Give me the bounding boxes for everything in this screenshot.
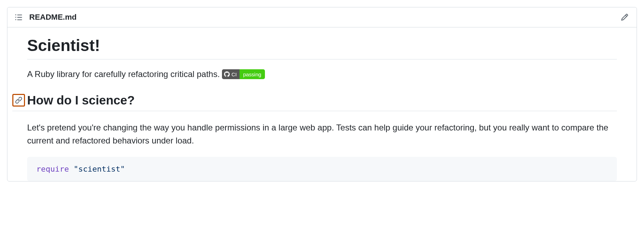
github-icon: [224, 71, 230, 77]
code-string: "scientist": [74, 165, 125, 173]
code-keyword: require: [36, 165, 69, 173]
readme-content: Scientist! A Ruby library for carefully …: [7, 27, 637, 181]
description-text: A Ruby library for carefully refactoring…: [27, 69, 220, 79]
table-of-contents-button[interactable]: [14, 13, 23, 21]
badge-label-section: CI: [222, 69, 240, 79]
page-title: Scientist!: [27, 36, 617, 59]
filename[interactable]: README.md: [29, 13, 76, 22]
readme-container: README.md Scientist! A Ruby library for …: [7, 7, 637, 181]
readme-header: README.md: [7, 7, 637, 27]
section-heading: How do I science?: [27, 93, 135, 107]
section-heading-row: How do I science?: [12, 93, 617, 111]
badge-status: passing: [240, 69, 265, 79]
description-row: A Ruby library for carefully refactoring…: [27, 69, 617, 79]
list-icon: [15, 13, 23, 21]
edit-button[interactable]: [620, 12, 630, 22]
ci-badge[interactable]: CI passing: [222, 69, 265, 79]
link-icon: [15, 96, 23, 104]
badge-label: CI: [231, 71, 237, 77]
section-body: Let's pretend you're changing the way yo…: [27, 121, 617, 147]
anchor-link[interactable]: [12, 94, 25, 107]
pencil-icon: [621, 13, 628, 21]
header-left: README.md: [14, 13, 76, 22]
code-block: require "scientist": [27, 157, 617, 181]
